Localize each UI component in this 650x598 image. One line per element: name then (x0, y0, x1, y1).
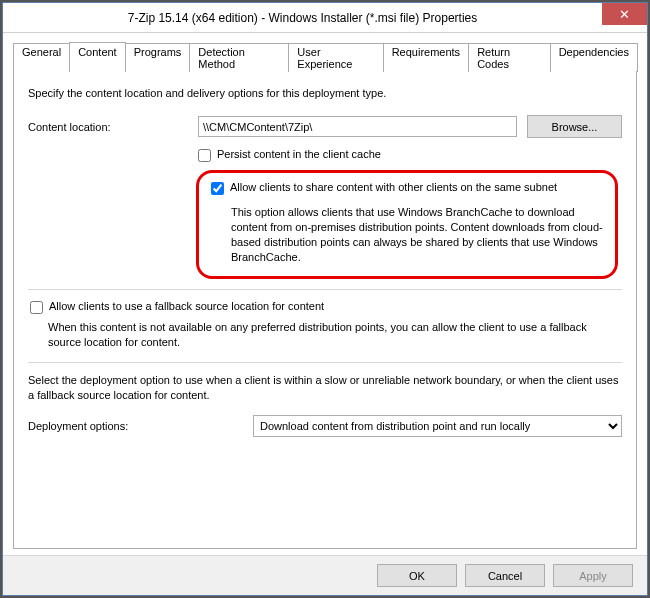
persist-cache-checkbox[interactable] (198, 149, 211, 162)
share-content-row: Allow clients to share content with othe… (211, 181, 603, 195)
content-location-label: Content location: (28, 121, 198, 133)
share-highlight: Allow clients to share content with othe… (196, 170, 618, 279)
intro-text: Specify the content location and deliver… (28, 87, 622, 99)
content-location-input[interactable] (198, 116, 517, 137)
deployment-options-row: Deployment options: Download content fro… (28, 415, 622, 437)
deployment-options-label: Deployment options: (28, 420, 253, 432)
tab-panel-content: Specify the content location and deliver… (13, 71, 637, 549)
browse-button[interactable]: Browse... (527, 115, 622, 138)
tab-programs[interactable]: Programs (125, 43, 191, 72)
divider-1 (28, 289, 622, 290)
tab-dependencies[interactable]: Dependencies (550, 43, 638, 72)
apply-button[interactable]: Apply (553, 564, 633, 587)
persist-cache-row: Persist content in the client cache (198, 148, 622, 162)
deployment-options-select[interactable]: Download content from distribution point… (253, 415, 622, 437)
tab-content[interactable]: Content (69, 42, 126, 71)
tab-user-experience[interactable]: User Experience (288, 43, 383, 72)
share-content-description: This option allows clients that use Wind… (231, 205, 603, 264)
dialog-footer: OK Cancel Apply (3, 555, 647, 595)
fallback-label: Allow clients to use a fallback source l… (49, 300, 324, 312)
share-content-label: Allow clients to share content with othe… (230, 181, 557, 193)
cancel-button[interactable]: Cancel (465, 564, 545, 587)
titlebar: 7-Zip 15.14 (x64 edition) - Windows Inst… (3, 3, 647, 33)
persist-cache-label: Persist content in the client cache (217, 148, 381, 160)
window-title: 7-Zip 15.14 (x64 edition) - Windows Inst… (3, 11, 602, 25)
deploy-intro: Select the deployment option to use when… (28, 373, 622, 403)
share-content-checkbox[interactable] (211, 182, 224, 195)
content-location-row: Content location: Browse... (28, 115, 622, 138)
tab-detection-method[interactable]: Detection Method (189, 43, 289, 72)
dialog-window: 7-Zip 15.14 (x64 edition) - Windows Inst… (2, 2, 648, 596)
tab-requirements[interactable]: Requirements (383, 43, 469, 72)
close-icon: ✕ (619, 7, 630, 22)
ok-button[interactable]: OK (377, 564, 457, 587)
client-area: General Content Programs Detection Metho… (3, 33, 647, 555)
tab-general[interactable]: General (13, 43, 70, 72)
close-button[interactable]: ✕ (602, 3, 647, 25)
fallback-row: Allow clients to use a fallback source l… (30, 300, 622, 314)
tab-return-codes[interactable]: Return Codes (468, 43, 551, 72)
fallback-checkbox[interactable] (30, 301, 43, 314)
tab-strip: General Content Programs Detection Metho… (13, 41, 637, 71)
divider-2 (28, 362, 622, 363)
fallback-description: When this content is not available on an… (48, 320, 622, 350)
